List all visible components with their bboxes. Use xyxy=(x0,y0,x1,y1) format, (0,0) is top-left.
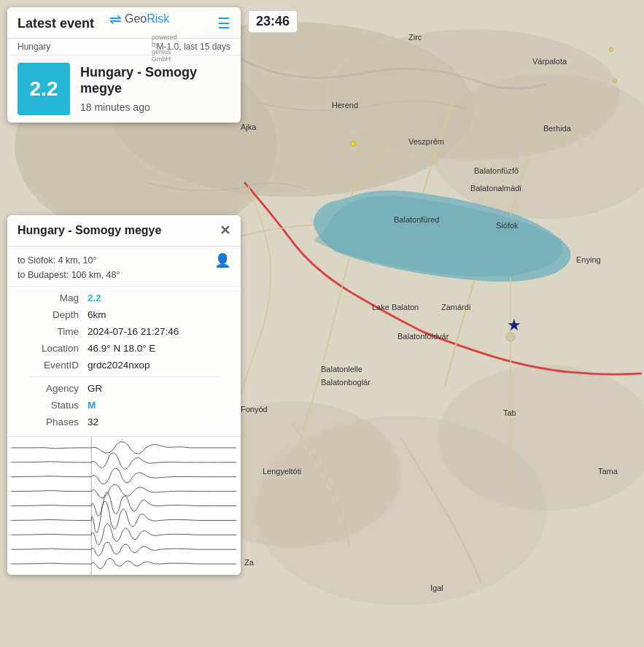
eventid-value: grdc2024nxop xyxy=(83,357,230,373)
time-label: Time xyxy=(18,323,83,340)
params-table: Mag 2.2 Depth 6km Time 2024-07-16 21:27:… xyxy=(7,287,241,436)
mag-label: Mag xyxy=(18,290,83,306)
logo-geo-text: Geo xyxy=(125,12,147,26)
status-label: Status xyxy=(18,397,83,414)
event-info: Hungary - Somogy megye 18 minutes ago xyxy=(80,65,230,112)
location-value: 46.9° N 18.0° E xyxy=(83,340,230,357)
time-display: 23:46 xyxy=(248,10,298,33)
mag-row: Mag 2.2 xyxy=(18,290,230,306)
agency-label: Agency xyxy=(18,380,83,397)
logo-arrow-icon: ⇌ xyxy=(109,10,122,28)
map-dot xyxy=(609,47,613,52)
phases-value: 32 xyxy=(83,414,230,430)
detail-panel: Hungary - Somogy megye ✕ to Siófok: 4 km… xyxy=(7,215,241,575)
filter-region: Hungary xyxy=(18,42,50,52)
map-dot xyxy=(613,79,617,83)
agency-row: Agency GR xyxy=(18,380,230,397)
app-logo: ⇌ GeoRisk powered by genius GmbH xyxy=(109,10,169,28)
map-dot xyxy=(350,141,356,147)
dist-siofok: to Siófok: 4 km, 10° xyxy=(18,255,97,266)
latest-event-title: Latest event xyxy=(18,16,94,31)
person-icon: 👤 xyxy=(214,252,230,268)
agency-value: GR xyxy=(83,380,230,397)
svg-point-4 xyxy=(328,29,620,160)
location-row: Location 46.9° N 18.0° E xyxy=(18,340,230,357)
phases-label: Phases xyxy=(18,414,83,430)
event-time: 18 minutes ago xyxy=(80,101,230,113)
earthquake-marker: ★ xyxy=(507,316,521,335)
status-row: Status M xyxy=(18,397,230,414)
list-icon[interactable]: ☰ xyxy=(217,15,230,32)
location-label: Location xyxy=(18,340,83,357)
logo-risk-text: Risk xyxy=(147,12,169,26)
mag-value: 2.2 xyxy=(83,290,230,306)
separator xyxy=(28,376,220,377)
time-value: 2024-07-16 21:27:46 xyxy=(83,323,230,340)
seismogram xyxy=(7,436,241,575)
event-card[interactable]: 2.2 Hungary - Somogy megye 18 minutes ag… xyxy=(7,55,241,123)
detail-title: Hungary - Somogy megye xyxy=(18,224,161,237)
logo-powered-text: powered by genius GmbH xyxy=(152,34,177,63)
magnitude-badge: 2.2 xyxy=(18,63,70,115)
depth-label: Depth xyxy=(18,306,83,323)
depth-row: Depth 6km xyxy=(18,306,230,323)
event-location: Hungary - Somogy megye xyxy=(80,65,230,96)
phases-row: Phases 32 xyxy=(18,414,230,430)
dist-budapest: to Budapest: 106 km, 48° xyxy=(18,270,120,280)
eventid-label: EventID xyxy=(18,357,83,373)
event-filter-row: Hungary M-1.0, last 15 days xyxy=(7,39,241,55)
current-time: 23:46 xyxy=(248,10,298,33)
status-value: M xyxy=(83,397,230,414)
distance-info: to Siófok: 4 km, 10° 👤 to Budapest: 106 … xyxy=(7,247,241,287)
detail-header: Hungary - Somogy megye ✕ xyxy=(7,215,241,247)
depth-value: 6km xyxy=(83,306,230,323)
eventid-row: EventID grdc2024nxop xyxy=(18,357,230,373)
time-row: Time 2024-07-16 21:27:46 xyxy=(18,323,230,340)
close-button[interactable]: ✕ xyxy=(220,222,230,239)
